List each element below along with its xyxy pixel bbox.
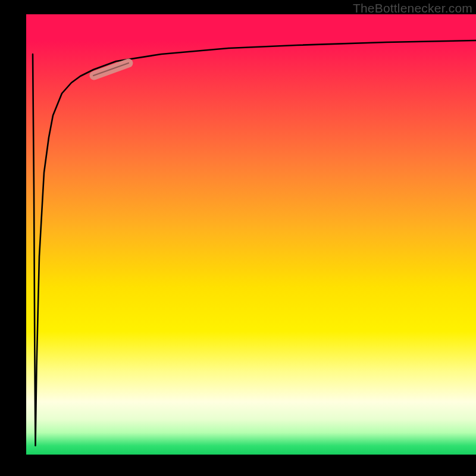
- chart-x-axis-region: [0, 455, 476, 476]
- watermark-text: TheBottlenecker.com: [353, 1, 472, 15]
- bottleneck-curve: [26, 14, 476, 455]
- chart-y-axis-region: [0, 0, 26, 476]
